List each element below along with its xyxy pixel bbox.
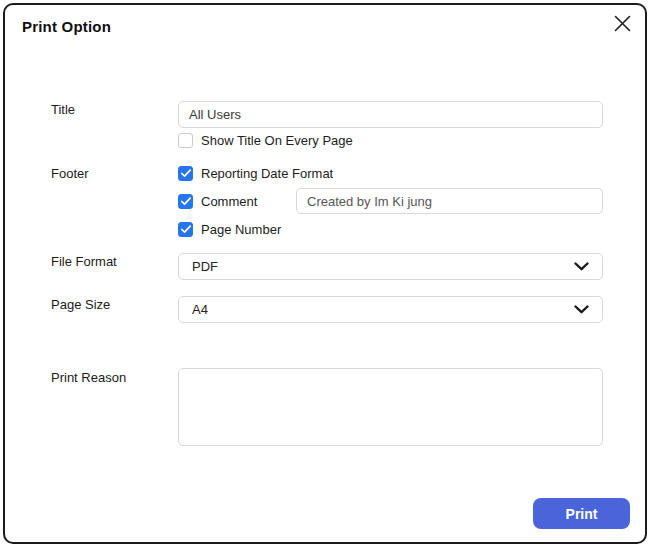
file-format-select[interactable]: PDF bbox=[178, 253, 603, 280]
file-format-label: File Format bbox=[51, 254, 117, 270]
show-title-checkbox-label[interactable]: Show Title On Every Page bbox=[201, 133, 353, 149]
comment-checkbox[interactable] bbox=[178, 194, 193, 209]
footer-label: Footer bbox=[51, 166, 89, 182]
page-size-value: A4 bbox=[192, 302, 208, 317]
page-size-label: Page Size bbox=[51, 297, 110, 313]
print-reason-label: Print Reason bbox=[51, 370, 126, 386]
print-option-dialog: Print Option Title Show Title On Every P… bbox=[3, 3, 647, 544]
page-size-select[interactable]: A4 bbox=[178, 296, 603, 323]
page-number-checkbox[interactable] bbox=[178, 222, 193, 237]
comment-checkbox-label[interactable]: Comment bbox=[201, 194, 257, 210]
reporting-date-format-checkbox-label[interactable]: Reporting Date Format bbox=[201, 166, 333, 182]
title-label: Title bbox=[51, 102, 75, 118]
close-icon bbox=[614, 15, 631, 32]
print-reason-textarea[interactable] bbox=[178, 368, 603, 446]
chevron-down-icon bbox=[574, 305, 589, 314]
show-title-checkbox[interactable] bbox=[178, 133, 193, 148]
check-icon bbox=[181, 197, 191, 206]
dialog-title: Print Option bbox=[22, 18, 111, 35]
page-number-checkbox-label[interactable]: Page Number bbox=[201, 222, 281, 238]
chevron-down-icon bbox=[574, 262, 589, 271]
title-input[interactable] bbox=[178, 101, 603, 128]
check-icon bbox=[181, 225, 191, 234]
print-button[interactable]: Print bbox=[533, 498, 630, 529]
print-option-dialog-screen: Print Option Title Show Title On Every P… bbox=[0, 0, 650, 547]
comment-input[interactable] bbox=[296, 188, 603, 214]
reporting-date-format-checkbox[interactable] bbox=[178, 166, 193, 181]
file-format-value: PDF bbox=[192, 259, 218, 274]
check-icon bbox=[181, 169, 191, 178]
close-button[interactable] bbox=[609, 10, 635, 36]
